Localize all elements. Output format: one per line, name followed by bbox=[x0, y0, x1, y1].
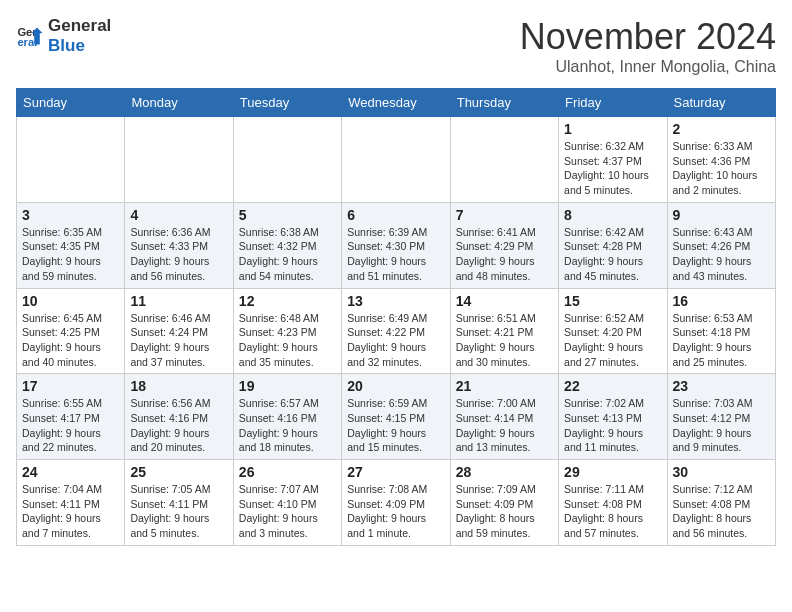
day-number: 28 bbox=[456, 464, 553, 480]
day-number: 30 bbox=[673, 464, 770, 480]
day-detail: Sunrise: 6:51 AM Sunset: 4:21 PM Dayligh… bbox=[456, 311, 553, 370]
calendar-cell: 10Sunrise: 6:45 AM Sunset: 4:25 PM Dayli… bbox=[17, 288, 125, 374]
calendar-cell bbox=[125, 117, 233, 203]
calendar-header-row: SundayMondayTuesdayWednesdayThursdayFrid… bbox=[17, 89, 776, 117]
calendar-cell: 7Sunrise: 6:41 AM Sunset: 4:29 PM Daylig… bbox=[450, 202, 558, 288]
weekday-header-friday: Friday bbox=[559, 89, 667, 117]
calendar-cell: 6Sunrise: 6:39 AM Sunset: 4:30 PM Daylig… bbox=[342, 202, 450, 288]
calendar-week-1: 1Sunrise: 6:32 AM Sunset: 4:37 PM Daylig… bbox=[17, 117, 776, 203]
day-number: 19 bbox=[239, 378, 336, 394]
calendar-cell: 1Sunrise: 6:32 AM Sunset: 4:37 PM Daylig… bbox=[559, 117, 667, 203]
logo-line1: General bbox=[48, 16, 111, 36]
day-number: 26 bbox=[239, 464, 336, 480]
calendar-cell: 20Sunrise: 6:59 AM Sunset: 4:15 PM Dayli… bbox=[342, 374, 450, 460]
day-number: 6 bbox=[347, 207, 444, 223]
logo-icon: Gen eral bbox=[16, 22, 44, 50]
day-detail: Sunrise: 6:38 AM Sunset: 4:32 PM Dayligh… bbox=[239, 225, 336, 284]
day-number: 27 bbox=[347, 464, 444, 480]
calendar-cell: 22Sunrise: 7:02 AM Sunset: 4:13 PM Dayli… bbox=[559, 374, 667, 460]
calendar-cell: 24Sunrise: 7:04 AM Sunset: 4:11 PM Dayli… bbox=[17, 460, 125, 546]
calendar-cell: 8Sunrise: 6:42 AM Sunset: 4:28 PM Daylig… bbox=[559, 202, 667, 288]
day-number: 29 bbox=[564, 464, 661, 480]
calendar-week-5: 24Sunrise: 7:04 AM Sunset: 4:11 PM Dayli… bbox=[17, 460, 776, 546]
calendar-cell: 15Sunrise: 6:52 AM Sunset: 4:20 PM Dayli… bbox=[559, 288, 667, 374]
calendar-cell: 14Sunrise: 6:51 AM Sunset: 4:21 PM Dayli… bbox=[450, 288, 558, 374]
day-number: 20 bbox=[347, 378, 444, 394]
day-detail: Sunrise: 6:57 AM Sunset: 4:16 PM Dayligh… bbox=[239, 396, 336, 455]
logo-line2: Blue bbox=[48, 36, 111, 56]
day-number: 16 bbox=[673, 293, 770, 309]
day-detail: Sunrise: 7:04 AM Sunset: 4:11 PM Dayligh… bbox=[22, 482, 119, 541]
day-detail: Sunrise: 6:53 AM Sunset: 4:18 PM Dayligh… bbox=[673, 311, 770, 370]
month-title: November 2024 bbox=[520, 16, 776, 58]
day-detail: Sunrise: 6:56 AM Sunset: 4:16 PM Dayligh… bbox=[130, 396, 227, 455]
day-detail: Sunrise: 6:55 AM Sunset: 4:17 PM Dayligh… bbox=[22, 396, 119, 455]
calendar-cell: 3Sunrise: 6:35 AM Sunset: 4:35 PM Daylig… bbox=[17, 202, 125, 288]
day-number: 7 bbox=[456, 207, 553, 223]
day-detail: Sunrise: 7:08 AM Sunset: 4:09 PM Dayligh… bbox=[347, 482, 444, 541]
day-detail: Sunrise: 7:05 AM Sunset: 4:11 PM Dayligh… bbox=[130, 482, 227, 541]
weekday-header-sunday: Sunday bbox=[17, 89, 125, 117]
calendar-cell: 27Sunrise: 7:08 AM Sunset: 4:09 PM Dayli… bbox=[342, 460, 450, 546]
day-number: 18 bbox=[130, 378, 227, 394]
day-number: 9 bbox=[673, 207, 770, 223]
day-detail: Sunrise: 6:48 AM Sunset: 4:23 PM Dayligh… bbox=[239, 311, 336, 370]
day-number: 22 bbox=[564, 378, 661, 394]
day-number: 1 bbox=[564, 121, 661, 137]
day-detail: Sunrise: 6:33 AM Sunset: 4:36 PM Dayligh… bbox=[673, 139, 770, 198]
title-section: November 2024 Ulanhot, Inner Mongolia, C… bbox=[520, 16, 776, 76]
day-detail: Sunrise: 6:42 AM Sunset: 4:28 PM Dayligh… bbox=[564, 225, 661, 284]
day-detail: Sunrise: 6:49 AM Sunset: 4:22 PM Dayligh… bbox=[347, 311, 444, 370]
day-detail: Sunrise: 6:41 AM Sunset: 4:29 PM Dayligh… bbox=[456, 225, 553, 284]
day-number: 8 bbox=[564, 207, 661, 223]
calendar-cell: 16Sunrise: 6:53 AM Sunset: 4:18 PM Dayli… bbox=[667, 288, 775, 374]
day-number: 24 bbox=[22, 464, 119, 480]
calendar-cell: 28Sunrise: 7:09 AM Sunset: 4:09 PM Dayli… bbox=[450, 460, 558, 546]
day-detail: Sunrise: 7:03 AM Sunset: 4:12 PM Dayligh… bbox=[673, 396, 770, 455]
day-number: 10 bbox=[22, 293, 119, 309]
calendar-table: SundayMondayTuesdayWednesdayThursdayFrid… bbox=[16, 88, 776, 546]
weekday-header-saturday: Saturday bbox=[667, 89, 775, 117]
day-detail: Sunrise: 6:46 AM Sunset: 4:24 PM Dayligh… bbox=[130, 311, 227, 370]
day-detail: Sunrise: 6:52 AM Sunset: 4:20 PM Dayligh… bbox=[564, 311, 661, 370]
logo: Gen eral General Blue bbox=[16, 16, 111, 57]
day-number: 13 bbox=[347, 293, 444, 309]
calendar-cell: 25Sunrise: 7:05 AM Sunset: 4:11 PM Dayli… bbox=[125, 460, 233, 546]
day-number: 21 bbox=[456, 378, 553, 394]
calendar-cell: 4Sunrise: 6:36 AM Sunset: 4:33 PM Daylig… bbox=[125, 202, 233, 288]
calendar-cell: 9Sunrise: 6:43 AM Sunset: 4:26 PM Daylig… bbox=[667, 202, 775, 288]
day-number: 15 bbox=[564, 293, 661, 309]
calendar-cell: 19Sunrise: 6:57 AM Sunset: 4:16 PM Dayli… bbox=[233, 374, 341, 460]
calendar-cell: 26Sunrise: 7:07 AM Sunset: 4:10 PM Dayli… bbox=[233, 460, 341, 546]
day-number: 17 bbox=[22, 378, 119, 394]
calendar-cell bbox=[233, 117, 341, 203]
calendar-cell: 30Sunrise: 7:12 AM Sunset: 4:08 PM Dayli… bbox=[667, 460, 775, 546]
day-number: 23 bbox=[673, 378, 770, 394]
day-detail: Sunrise: 7:09 AM Sunset: 4:09 PM Dayligh… bbox=[456, 482, 553, 541]
day-detail: Sunrise: 7:12 AM Sunset: 4:08 PM Dayligh… bbox=[673, 482, 770, 541]
calendar-cell: 12Sunrise: 6:48 AM Sunset: 4:23 PM Dayli… bbox=[233, 288, 341, 374]
weekday-header-monday: Monday bbox=[125, 89, 233, 117]
day-detail: Sunrise: 7:07 AM Sunset: 4:10 PM Dayligh… bbox=[239, 482, 336, 541]
day-number: 2 bbox=[673, 121, 770, 137]
day-detail: Sunrise: 6:36 AM Sunset: 4:33 PM Dayligh… bbox=[130, 225, 227, 284]
calendar-cell bbox=[450, 117, 558, 203]
day-detail: Sunrise: 6:43 AM Sunset: 4:26 PM Dayligh… bbox=[673, 225, 770, 284]
day-detail: Sunrise: 7:00 AM Sunset: 4:14 PM Dayligh… bbox=[456, 396, 553, 455]
day-number: 25 bbox=[130, 464, 227, 480]
calendar-cell: 23Sunrise: 7:03 AM Sunset: 4:12 PM Dayli… bbox=[667, 374, 775, 460]
calendar-week-3: 10Sunrise: 6:45 AM Sunset: 4:25 PM Dayli… bbox=[17, 288, 776, 374]
day-number: 12 bbox=[239, 293, 336, 309]
day-number: 3 bbox=[22, 207, 119, 223]
calendar-cell bbox=[342, 117, 450, 203]
calendar-cell: 29Sunrise: 7:11 AM Sunset: 4:08 PM Dayli… bbox=[559, 460, 667, 546]
day-detail: Sunrise: 6:39 AM Sunset: 4:30 PM Dayligh… bbox=[347, 225, 444, 284]
calendar-cell: 21Sunrise: 7:00 AM Sunset: 4:14 PM Dayli… bbox=[450, 374, 558, 460]
calendar-cell: 13Sunrise: 6:49 AM Sunset: 4:22 PM Dayli… bbox=[342, 288, 450, 374]
day-number: 4 bbox=[130, 207, 227, 223]
calendar-cell: 2Sunrise: 6:33 AM Sunset: 4:36 PM Daylig… bbox=[667, 117, 775, 203]
calendar-cell: 11Sunrise: 6:46 AM Sunset: 4:24 PM Dayli… bbox=[125, 288, 233, 374]
page-header: Gen eral General Blue November 2024 Ulan… bbox=[16, 16, 776, 76]
calendar-cell: 18Sunrise: 6:56 AM Sunset: 4:16 PM Dayli… bbox=[125, 374, 233, 460]
day-detail: Sunrise: 7:11 AM Sunset: 4:08 PM Dayligh… bbox=[564, 482, 661, 541]
